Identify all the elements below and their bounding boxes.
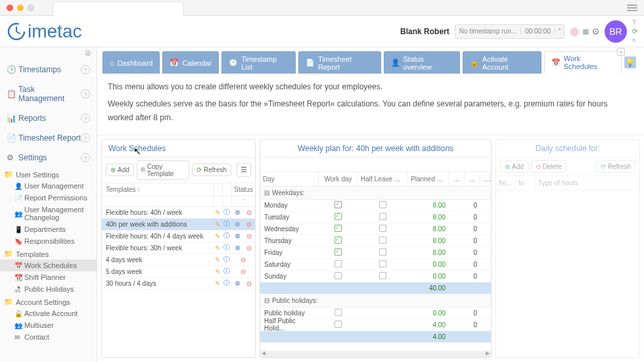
browser-tab[interactable] <box>53 1 184 16</box>
play-icon[interactable]: ⊙ <box>592 26 599 36</box>
sidebar-sub-departments[interactable]: 📱Departments <box>0 223 97 235</box>
sidebar-sub-public-holidays[interactable]: 🏖Public Holidays <box>0 283 97 295</box>
sidebar-item-settings[interactable]: ⚙Settings? <box>0 148 97 168</box>
clock-icon[interactable]: ⊖ <box>246 244 252 252</box>
workday-checkbox[interactable] <box>334 201 342 208</box>
col-halfleave[interactable]: Half Leave Day <box>358 172 408 186</box>
stop-icon[interactable]: ◼ <box>582 26 589 36</box>
info-icon[interactable]: ⓘ <box>222 219 231 229</box>
remove-icon[interactable]: ⊖ <box>241 268 246 275</box>
day-row[interactable]: Thursday 8.00 0 <box>260 235 491 247</box>
edit-icon[interactable]: ✎ <box>213 221 222 228</box>
logout-icon[interactable]: ⎋ <box>632 36 637 43</box>
edit-icon[interactable]: ✎ <box>213 280 222 287</box>
workday-checkbox[interactable] <box>334 213 342 220</box>
minimize-window[interactable] <box>17 5 24 11</box>
clock-icon[interactable]: ⊖ <box>246 209 252 216</box>
browser-menu-icon[interactable] <box>627 3 637 12</box>
halfleave-checkbox[interactable] <box>379 201 386 208</box>
day-row[interactable]: Wednesday 8.00 0 <box>260 223 491 235</box>
horizontal-scrollbar[interactable] <box>260 351 491 357</box>
tab-dashboard[interactable]: ⌂Dashboard <box>103 51 160 74</box>
refresh-icon[interactable]: ⟳ <box>632 28 637 35</box>
sidebar-group[interactable]: 📁User Settings <box>0 168 97 180</box>
sidebar-sub-responsibilities[interactable]: 🔖Responsibilities <box>0 235 97 247</box>
info-icon[interactable]: ⓘ <box>222 231 231 240</box>
users-icon[interactable]: ⚉ <box>235 209 241 216</box>
users-icon[interactable]: ⚉ <box>235 233 241 240</box>
sidebar-sub-report-permissions[interactable]: 📄Report Permissions <box>0 192 97 204</box>
workday-checkbox[interactable] <box>334 237 342 244</box>
status-filter-dropdown[interactable]: ˅ <box>231 196 255 206</box>
day-row[interactable]: Tuesday 8.00 0 <box>260 212 491 223</box>
col-type[interactable]: Type of hours <box>536 176 639 190</box>
halfleave-checkbox[interactable] <box>379 260 386 267</box>
holiday-row[interactable]: Half Public Holid... 4.00 0 <box>260 319 491 331</box>
workday-checkbox[interactable] <box>334 260 342 267</box>
close-tab-icon[interactable]: × <box>617 48 625 56</box>
workday-checkbox[interactable] <box>334 248 342 256</box>
info-icon[interactable]: ⓘ <box>222 255 231 264</box>
sidebar-item-timesheet-report[interactable]: 📄Timesheet Report? <box>0 128 97 148</box>
sidebar-item-reports[interactable]: 📊Reports? <box>0 108 97 128</box>
info-icon[interactable]: ⓘ <box>222 279 231 288</box>
workday-checkbox[interactable] <box>334 225 342 232</box>
sidebar-item-timestamps[interactable]: 🕒Timestamps? <box>0 60 97 79</box>
halfleave-checkbox[interactable] <box>379 225 386 232</box>
edit-icon[interactable]: ✎ <box>213 233 222 240</box>
collapse-sidebar-icon[interactable]: ⦿ <box>0 47 97 60</box>
sidebar-sub-multiuser[interactable]: 👥Multiuser <box>0 319 97 331</box>
tab-activate-account[interactable]: 🔓Activate Account <box>463 51 541 74</box>
sidebar-sub-activate-account[interactable]: 🔓Activate Account <box>0 307 97 319</box>
edit-icon[interactable]: ✎ <box>213 268 222 275</box>
copy-template-button[interactable]: ⎘Copy Template <box>137 160 189 180</box>
edit-icon[interactable]: ✎ <box>213 209 222 216</box>
sidebar-sub-work-schedules[interactable]: 📅Work Schedules <box>0 260 97 271</box>
template-row[interactable]: Flexible hours: 30h / week ✎ ⓘ ⚉⊖ <box>102 242 255 254</box>
workday-checkbox[interactable] <box>334 272 342 279</box>
workday-checkbox[interactable] <box>334 309 342 316</box>
refresh-button[interactable]: ⟳Refresh <box>596 160 635 173</box>
list-view-icon[interactable]: ☰ <box>237 163 251 177</box>
template-row[interactable]: 30 hours / 4 days ✎ ⓘ ⚉⊖ <box>102 278 255 290</box>
chevron-down-icon[interactable]: ˅ <box>555 28 564 35</box>
sidebar-group[interactable]: 📁Account Settings <box>0 295 97 307</box>
tab-work-schedules[interactable]: 📅Work Schedules× <box>544 51 622 74</box>
hint-bulb-icon[interactable]: 💡 <box>624 57 636 68</box>
clock-icon[interactable]: ⊖ <box>246 233 252 240</box>
info-icon[interactable]: ⓘ <box>222 243 231 252</box>
add-button[interactable]: ⊕Add <box>106 164 134 176</box>
group-weekdays[interactable]: ⊟Weekdays: <box>260 187 491 200</box>
users-icon[interactable]: ⚉ <box>235 244 241 252</box>
maximize-window[interactable] <box>28 5 34 11</box>
template-row[interactable]: 4 days week ✎ ⓘ ⊖ <box>102 254 255 266</box>
delete-button[interactable]: ⊖Delete <box>531 160 566 173</box>
edit-icon[interactable]: ✎ <box>213 256 222 263</box>
col-workday[interactable]: Work day <box>319 172 358 186</box>
help-icon[interactable]: ? <box>81 153 90 162</box>
halfleave-checkbox[interactable] <box>379 237 386 244</box>
template-row[interactable]: Flexible hours: 40h / week ✎ ⓘ ⚉⊖ <box>102 207 255 219</box>
sidebar-item-task-management[interactable]: 📋Task Management? <box>0 79 97 108</box>
template-row[interactable]: Flexible hours: 40h / 4 days week ✎ ⓘ ⚉⊖ <box>102 231 255 242</box>
col-planned[interactable]: Planned ho... <box>408 172 449 186</box>
edit-icon[interactable]: ✎ <box>213 244 222 252</box>
workday-checkbox[interactable] <box>334 321 342 328</box>
sidebar-sub-contact[interactable]: ✉Contact <box>0 331 97 343</box>
info-icon[interactable]: ⓘ <box>222 267 231 276</box>
users-icon[interactable]: ⚉ <box>235 280 241 287</box>
col-day[interactable]: Day <box>260 172 319 186</box>
sidebar-group[interactable]: 📁Templates <box>0 247 97 260</box>
tab-status-overview[interactable]: 👤Status overview <box>384 51 460 74</box>
col-to[interactable]: to <box>516 176 536 190</box>
day-row[interactable]: Sunday 0.00 0 <box>260 271 491 283</box>
clock-icon[interactable]: ⊖ <box>246 280 252 287</box>
refresh-button[interactable]: ⟳Refresh <box>192 164 231 176</box>
info-icon[interactable]: ⓘ <box>222 208 231 217</box>
tab-timestamp-list[interactable]: 🕒Timestamp List <box>221 51 296 74</box>
halfleave-checkbox[interactable] <box>379 272 386 279</box>
halfleave-checkbox[interactable] <box>379 213 386 220</box>
record-icon[interactable]: ⬤ <box>570 26 580 36</box>
template-row[interactable]: 5 days week ✎ ⓘ ⊖ <box>102 266 255 278</box>
timestamp-widget[interactable]: No timestamp run... 00:00:00 ˅ <box>455 24 564 39</box>
